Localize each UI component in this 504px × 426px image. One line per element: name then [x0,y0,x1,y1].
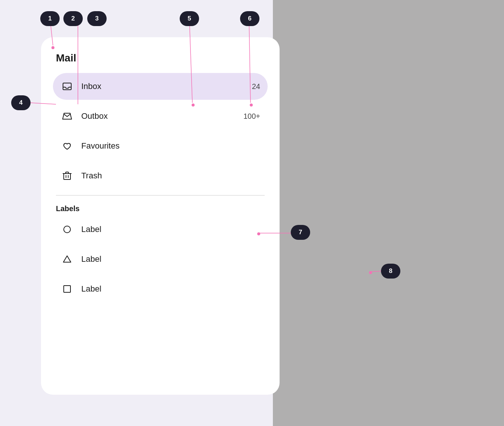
svg-rect-0 [63,83,71,90]
svg-rect-3 [64,286,70,292]
annotation-7: 7 [291,225,310,240]
trash-label: Trash [81,171,253,181]
annotation-8: 8 [381,264,400,279]
outbox-label: Outbox [81,111,236,121]
sidebar-item-trash[interactable]: Trash [53,162,268,189]
annotation-5: 5 [180,11,199,26]
sidebar-title: Mail [53,52,268,64]
annotation-3: 3 [87,11,107,26]
sidebar-item-label2[interactable]: Label [53,246,268,273]
outbox-icon [60,109,74,123]
svg-point-2 [64,226,70,233]
inbox-label: Inbox [81,82,245,91]
inbox-badge: 24 [252,82,260,91]
dot-7 [257,232,260,235]
heart-icon [60,139,74,153]
dot-5 [192,104,195,106]
svg-rect-1 [64,174,70,179]
label3-text: Label [81,284,260,294]
triangle-icon [60,252,74,266]
favourites-label: Favourites [81,141,253,151]
annotation-6: 6 [240,11,259,26]
circle-icon [60,223,74,236]
outbox-badge: 100+ [243,112,260,121]
label2-text: Label [81,254,260,264]
labels-section-title: Labels [53,204,268,213]
sidebar-item-label3[interactable]: Label [53,276,268,302]
sidebar-item-label1[interactable]: Label [53,216,268,243]
dot-1 [51,46,54,49]
sidebar-item-outbox[interactable]: Outbox 100+ [53,103,268,130]
divider [56,195,265,195]
right-panel [273,0,504,426]
sidebar-item-inbox[interactable]: Inbox 24 [53,73,268,100]
annotation-4: 4 [11,95,31,110]
sidebar: Mail Inbox 24 Outbox 100+ Favourites [41,37,280,395]
sidebar-item-favourites[interactable]: Favourites [53,133,268,159]
dot-6 [250,104,253,106]
trash-icon [60,169,74,182]
square-icon [60,282,74,296]
inbox-icon [60,80,74,93]
dot-8 [369,271,372,274]
annotation-1: 1 [40,11,60,26]
annotation-2: 2 [63,11,83,26]
label1-text: Label [81,225,260,234]
